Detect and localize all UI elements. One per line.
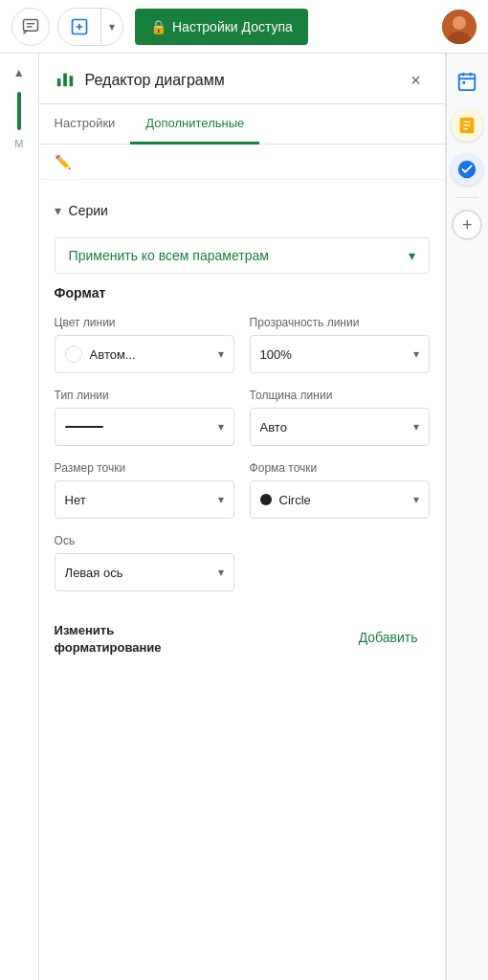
line-type-label: Тип линии <box>55 389 234 402</box>
left-bar: ▲ M <box>0 54 39 980</box>
bottom-actions: Изменить форматирование Добавить <box>55 607 430 664</box>
form-group-line-thickness: Толщина линии Авто ▾ <box>250 389 430 446</box>
line-thickness-value: Авто <box>260 420 287 434</box>
form-group-axis: Ось Левая ось ▾ <box>55 534 234 591</box>
line-opacity-label: Прозрачность линии <box>250 316 430 329</box>
lock-icon: 🔒 <box>150 19 166 34</box>
point-size-arrow-icon: ▾ <box>218 493 224 506</box>
collapse-arrow[interactable]: ▲ <box>8 61 31 84</box>
sheet-label: M <box>14 138 23 149</box>
close-button[interactable]: × <box>403 67 430 94</box>
dot-shape-preview <box>260 494 272 505</box>
access-label: Настройки Доступа <box>172 19 293 34</box>
panel-content[interactable]: ▾ Серии Применить ко всем параметрам ▾ Ф… <box>39 180 445 980</box>
panel-title: Редактор диаграмм <box>85 72 403 89</box>
color-dot <box>65 345 82 363</box>
change-format-text: Изменить форматирование <box>55 622 162 657</box>
form-group-line-color: Цвет линии Автом... ▾ <box>55 316 234 373</box>
tabs: Настройки Дополнительные <box>39 104 445 145</box>
form-row-point: Размер точки Нет ▾ Форма точки Circle <box>55 461 430 519</box>
line-type-select[interactable]: ▾ <box>55 408 234 446</box>
apply-all-label: Применить ко всем параметрам <box>69 248 269 263</box>
form-row-line-type: Тип линии ▾ Толщина линии Авто ▾ <box>55 389 430 446</box>
point-shape-value: Circle <box>279 493 311 507</box>
series-title: Серии <box>69 203 108 218</box>
line-type-preview <box>65 426 103 428</box>
line-opacity-arrow-icon: ▾ <box>413 347 419 361</box>
line-opacity-value: 100% <box>260 347 292 362</box>
chat-icon-btn[interactable] <box>11 8 50 46</box>
svg-rect-9 <box>56 78 60 86</box>
svg-rect-0 <box>24 19 38 31</box>
form-row-axis: Ось Левая ось ▾ <box>55 534 430 591</box>
point-size-select[interactable]: Нет ▾ <box>55 480 234 519</box>
form-group-point-shape: Форма точки Circle ▾ <box>250 461 430 519</box>
access-settings-button[interactable]: 🔒 Настройки Доступа <box>135 9 308 45</box>
sheet-indicator <box>17 92 21 130</box>
apply-arrow-icon: ▾ <box>409 248 415 263</box>
add-split-main[interactable] <box>58 9 100 45</box>
edit-icon: ✏️ <box>55 154 71 169</box>
svg-point-7 <box>453 16 466 30</box>
line-thickness-label: Толщина линии <box>250 389 430 402</box>
tab-settings[interactable]: Настройки <box>39 104 131 145</box>
line-opacity-select[interactable]: 100% ▾ <box>250 335 430 373</box>
calendar-icon-btn[interactable] <box>451 65 483 98</box>
topbar: ▾ 🔒 Настройки Доступа <box>0 0 488 54</box>
add-plugin-button[interactable]: + <box>452 210 482 240</box>
form-group-line-opacity: Прозрачность линии 100% ▾ <box>250 316 430 373</box>
point-shape-label: Форма точки <box>250 461 430 475</box>
point-shape-select[interactable]: Circle ▾ <box>250 480 430 519</box>
apply-all-button[interactable]: Применить ко всем параметрам ▾ <box>55 237 430 274</box>
right-sidebar: + <box>446 54 488 980</box>
add-split-btn[interactable]: ▾ <box>57 8 123 46</box>
chart-icon <box>55 68 76 94</box>
form-row-line-color: Цвет линии Автом... ▾ Прозрачность линии… <box>55 316 430 373</box>
axis-label: Ось <box>55 534 234 547</box>
line-color-label: Цвет линии <box>55 316 234 329</box>
line-color-arrow-icon: ▾ <box>218 347 224 361</box>
form-group-line-type: Тип линии ▾ <box>55 389 234 446</box>
svg-rect-12 <box>459 75 476 91</box>
line-color-value: Автом... <box>90 347 136 362</box>
axis-select[interactable]: Левая ось ▾ <box>55 553 234 591</box>
change-format-line1: Изменить <box>55 622 162 639</box>
tab-advanced[interactable]: Дополнительные <box>130 104 259 145</box>
right-divider <box>455 197 478 198</box>
main-layout: ▲ M Редактор диаграмм × Настройки Дополн… <box>0 54 488 980</box>
line-type-arrow-icon: ▾ <box>218 420 224 434</box>
format-title: Формат <box>55 285 430 301</box>
line-thickness-select[interactable]: Авто ▾ <box>250 408 430 446</box>
series-section-header[interactable]: ▾ Серии <box>55 195 430 226</box>
add-button[interactable]: Добавить <box>347 622 430 653</box>
chart-editor-panel: Редактор диаграмм × Настройки Дополнител… <box>39 54 446 980</box>
point-size-label: Размер точки <box>55 461 234 475</box>
tasks-icon-btn[interactable] <box>451 153 483 186</box>
svg-rect-10 <box>63 73 67 86</box>
change-format-line2: форматирование <box>55 639 162 657</box>
user-avatar[interactable] <box>442 10 477 44</box>
point-size-value: Нет <box>65 493 86 507</box>
axis-arrow-icon: ▾ <box>218 566 224 579</box>
point-shape-arrow-icon: ▾ <box>413 493 419 506</box>
subtitle-row: ✏️ <box>39 145 445 180</box>
panel-header: Редактор диаграмм × <box>39 54 445 104</box>
notes-icon-btn[interactable] <box>451 109 483 142</box>
axis-value: Левая ось <box>65 566 123 580</box>
add-split-arrow[interactable]: ▾ <box>100 9 122 45</box>
line-color-select[interactable]: Автом... ▾ <box>55 335 234 373</box>
svg-rect-11 <box>69 76 73 86</box>
form-group-point-size: Размер точки Нет ▾ <box>55 461 234 519</box>
line-thickness-arrow-icon: ▾ <box>413 420 419 434</box>
series-chevron-icon: ▾ <box>55 203 61 218</box>
svg-rect-16 <box>463 81 466 84</box>
